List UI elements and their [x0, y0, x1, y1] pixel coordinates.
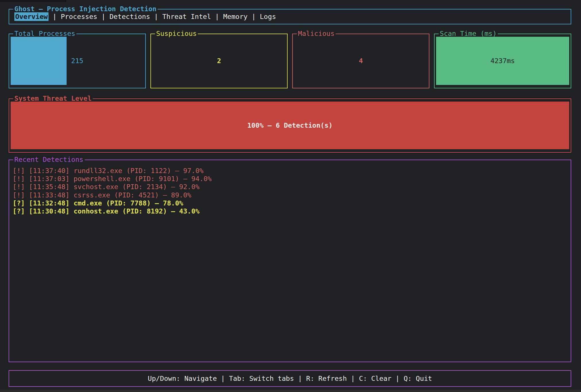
tab-bar: Overview | Processes | Detections | Thre… [9, 9, 571, 24]
threat-level-box: System Threat Level 100% — 6 Detection(s… [9, 98, 571, 153]
card-malicious-title: Malicious [297, 30, 336, 38]
tab-separator: | [49, 13, 61, 21]
card-total-processes-title: Total Processes [13, 30, 76, 38]
card-scan-time: Scan Time (ms) 4237ms [434, 34, 571, 88]
threat-level-gauge: 100% — 6 Detection(s) [11, 102, 569, 149]
scan-time-value: 4237ms [436, 37, 569, 85]
threat-level-title: System Threat Level [13, 94, 93, 102]
tab-overview[interactable]: Overview [14, 12, 49, 21]
malicious-gauge: 4 [294, 37, 427, 85]
recent-detections-box: Recent Detections [!] [11:37:40] rundll3… [9, 160, 571, 362]
stat-cards-row: Total Processes 215 Suspicious 2 Malicio… [9, 34, 571, 88]
detection-row[interactable]: [?] [11:30:48] conhost.exe (PID: 8192) —… [13, 207, 568, 215]
total-processes-value: 215 [11, 37, 144, 85]
detection-row[interactable]: [!] [11:37:40] rundll32.exe (PID: 1122) … [13, 167, 568, 175]
suspicious-gauge: 2 [152, 37, 286, 85]
tab-separator: | [211, 13, 223, 21]
detection-row[interactable]: [!] [11:33:48] csrss.exe (PID: 4521) — 8… [13, 191, 568, 199]
tab-logs[interactable]: Logs [260, 13, 276, 21]
card-total-processes: Total Processes 215 [9, 34, 146, 88]
footer-shortcuts: Up/Down: Navigate | Tab: Switch tabs | R… [9, 371, 571, 386]
card-suspicious-title: Suspicious [155, 30, 198, 38]
card-malicious: Malicious 4 [292, 34, 429, 88]
total-processes-gauge: 215 [11, 37, 144, 85]
card-scan-time-title: Scan Time (ms) [439, 30, 498, 38]
malicious-value: 4 [294, 37, 427, 85]
tab-detections[interactable]: Detections [109, 13, 150, 21]
detection-row[interactable]: [?] [11:32:48] cmd.exe (PID: 7788) — 78.… [13, 199, 568, 207]
tab-separator: | [150, 13, 162, 21]
detection-row[interactable]: [!] [11:35:48] svchost.exe (PID: 2134) —… [13, 183, 568, 191]
tab-memory[interactable]: Memory [223, 13, 248, 21]
app-title-box: Ghost — Process Injection Detection Over… [9, 9, 571, 24]
card-suspicious: Suspicious 2 [150, 34, 288, 88]
terminal-top-strip-tab [0, 0, 66, 2]
tab-threat-intel[interactable]: Threat Intel [162, 13, 211, 21]
terminal-bottom-strip [0, 389, 581, 392]
footer-box: Up/Down: Navigate | Tab: Switch tabs | R… [9, 370, 571, 387]
scan-time-gauge: 4237ms [436, 37, 569, 85]
tab-separator: | [248, 13, 260, 21]
tab-processes[interactable]: Processes [61, 13, 97, 21]
suspicious-value: 2 [152, 37, 286, 85]
tab-separator: | [97, 13, 109, 21]
detection-row[interactable]: [!] [11:37:03] powershell.exe (PID: 9101… [13, 175, 568, 183]
terminal-top-strip [0, 0, 581, 2]
detections-list: [!] [11:37:40] rundll32.exe (PID: 1122) … [9, 160, 571, 362]
threat-level-label: 100% — 6 Detection(s) [11, 102, 569, 149]
terminal-screen: Ghost — Process Injection Detection Over… [0, 0, 581, 392]
